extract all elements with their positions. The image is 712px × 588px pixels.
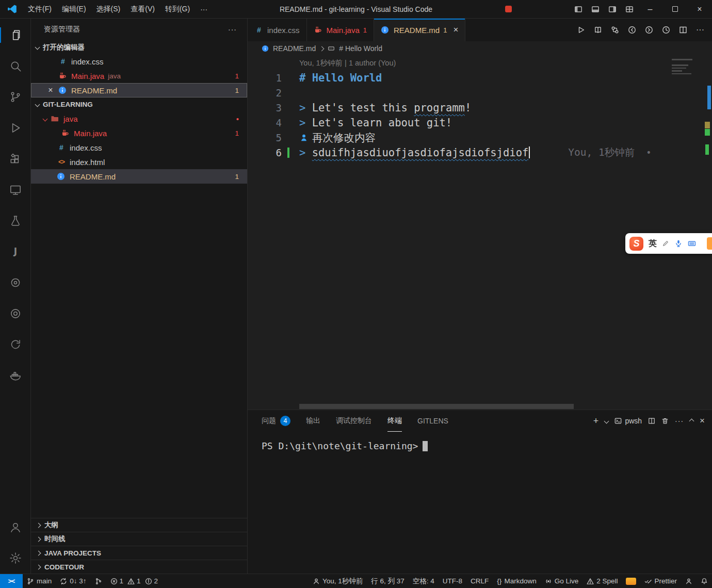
menu-selection[interactable]: 选择(S) [92,3,125,15]
menu-view[interactable]: 查看(V) [126,3,159,15]
toggle-secondary-sidebar-icon[interactable] [604,2,621,17]
minimize-button[interactable]: – [638,0,662,19]
code-editor[interactable]: You, 1秒钟前 | 1 author (You) 1 # Hello Wor… [248,56,712,410]
toggle-sidebar-icon[interactable] [570,2,587,17]
panel-tab-problems[interactable]: 问题 4 [262,410,290,432]
ime-clipped-icon[interactable] [707,237,712,250]
activity-docker[interactable] [0,360,31,391]
close-tab-icon[interactable]: × [453,25,458,35]
activity-codetour[interactable] [0,329,31,360]
panel-tab-debug-console[interactable]: 调试控制台 [336,410,372,432]
menu-file[interactable]: 文件(F) [23,3,56,15]
minimap[interactable] [672,59,694,74]
spell-checker-item[interactable]: 2 Spell [582,574,622,588]
keyboard-icon[interactable] [688,239,696,248]
customize-layout-icon[interactable] [621,2,638,17]
project-root-header[interactable]: GIT-LEARNING [31,97,247,111]
eol-item[interactable]: CRLF [466,574,493,588]
indentation-item[interactable]: 空格: 4 [409,574,439,588]
horizontal-scrollbar[interactable] [299,404,574,409]
open-changes-icon[interactable] [607,22,623,38]
maximize-panel-icon[interactable] [689,418,694,423]
panel-more-actions-icon[interactable]: ··· [675,417,684,425]
open-editors-header[interactable]: 打开的编辑器 [31,40,247,54]
section-outline[interactable]: 大纲 [31,518,247,532]
commit-graph-item[interactable] [91,574,106,588]
handwriting-icon[interactable] [662,240,669,247]
workbench: 资源管理器 ··· 打开的编辑器 # index.css Main.java j… [0,19,712,574]
activity-search[interactable] [0,51,31,81]
extension-status-item[interactable] [622,574,640,588]
gitlens-blame-item[interactable]: You, 1秒钟前 [309,574,367,588]
open-editor-readme-md[interactable]: × README.md 1 [31,83,247,97]
terminal-shell-item[interactable]: pwsh [614,417,642,425]
remote-indicator[interactable]: >< [0,574,23,588]
section-timeline[interactable]: 时间线 [31,532,247,546]
run-button[interactable] [573,22,589,38]
terminal-profile-dropdown-icon[interactable] [604,418,609,423]
next-change-icon[interactable] [641,22,657,38]
close-panel-icon[interactable]: × [700,416,705,426]
close-editor-icon[interactable]: × [46,86,55,95]
problems-status-item[interactable]: 1 1 2 [106,574,165,588]
cursor-position-item[interactable]: 行 6, 列 37 [367,574,409,588]
panel-tab-output[interactable]: 输出 [306,410,320,432]
go-live-item[interactable]: Go Live [541,574,583,588]
activity-java[interactable] [0,236,31,267]
tree-file-readme-md[interactable]: README.md 1 [31,169,247,184]
kill-terminal-icon[interactable] [661,417,669,424]
split-editor-icon[interactable] [675,22,691,38]
language-mode-item[interactable]: {} Markdown [493,574,540,588]
activity-explorer[interactable] [0,20,31,51]
tab-readme-md[interactable]: README.md 1 × [374,19,465,41]
ime-language-mode[interactable]: 英 [649,238,657,249]
markdown-preview-icon[interactable] [590,22,606,38]
breadcrumb-file[interactable]: README.md [273,44,316,53]
tree-file-index-css[interactable]: # index.css [31,140,247,155]
menu-edit[interactable]: 编辑(E) [57,3,91,15]
microphone-icon[interactable] [674,239,683,248]
sync-status-item[interactable]: 0↓ 3↑ [56,574,90,588]
notifications-item[interactable] [697,574,712,588]
more-actions-icon[interactable]: ··· [692,22,708,38]
open-editor-main-java[interactable]: Main.java java 1 [31,69,247,83]
menu-goto[interactable]: 转到(G) [160,3,195,15]
split-terminal-icon[interactable] [648,417,655,424]
activity-testing[interactable] [0,205,31,236]
activity-extensions[interactable] [0,143,31,174]
new-terminal-icon[interactable]: + [593,416,599,427]
panel-tab-terminal[interactable]: 终端 [387,410,402,432]
menu-more[interactable]: ··· [196,4,212,15]
toggle-panel-icon[interactable] [587,2,604,17]
tab-main-java[interactable]: Main.java 1 [307,19,374,41]
section-codetour[interactable]: CODETOUR [31,560,247,574]
open-editor-index-css[interactable]: # index.css [31,54,247,69]
panel-tab-gitlens[interactable]: GITLENS [417,410,448,432]
section-java-projects[interactable]: JAVA PROJECTS [31,546,247,560]
activity-remote-explorer[interactable] [0,174,31,205]
encoding-item[interactable]: UTF-8 [439,574,466,588]
explorer-more-actions[interactable]: ··· [228,25,237,34]
activity-live-server[interactable] [0,298,31,329]
breadcrumb-symbol[interactable]: # Hello World [339,44,382,53]
branch-status-item[interactable]: main [23,574,56,588]
codelens-blame[interactable]: You, 1秒钟前 | 1 author (You) [299,58,712,69]
settings-button[interactable] [0,543,31,574]
file-history-icon[interactable] [658,22,674,38]
tree-folder-java[interactable]: java • [31,111,247,126]
activity-run-debug[interactable] [0,112,31,143]
tree-file-main-java[interactable]: Main.java 1 [31,126,247,140]
search-icon [9,59,22,73]
activity-source-control[interactable] [0,81,31,112]
previous-change-icon[interactable] [624,22,640,38]
terminal[interactable]: PS D:\git\note\git-learning> [248,432,712,574]
activity-gradle[interactable] [0,267,31,298]
feedback-item[interactable] [681,574,697,588]
prettier-item[interactable]: Prettier [640,574,681,588]
close-window-button[interactable]: × [687,0,712,19]
tab-index-css[interactable]: # index.css [248,19,307,41]
tree-file-index-html[interactable]: <> index.html [31,155,247,169]
account-button[interactable] [0,512,31,543]
sogou-logo-icon[interactable]: S [629,237,643,251]
maximize-button[interactable] [662,0,687,19]
